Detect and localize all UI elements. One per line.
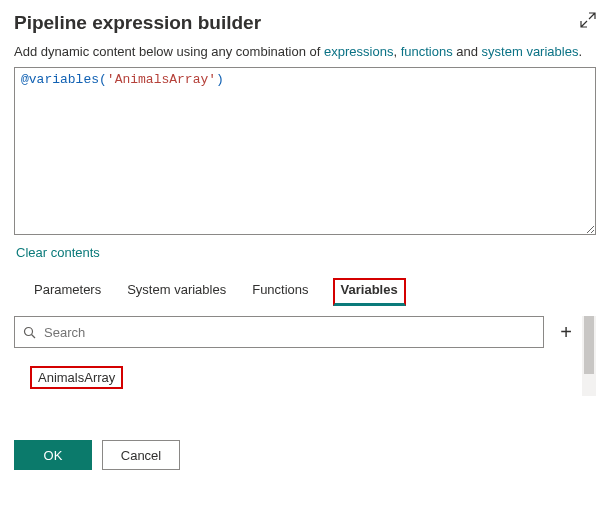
cancel-button[interactable]: Cancel	[102, 440, 180, 470]
system-variables-link[interactable]: system variables	[482, 44, 579, 59]
tab-system-variables[interactable]: System variables	[125, 278, 228, 306]
svg-line-1	[32, 334, 36, 338]
tab-variables[interactable]: Variables	[333, 278, 406, 306]
page-title: Pipeline expression builder	[14, 12, 261, 34]
search-icon	[23, 326, 36, 339]
token-string: 'AnimalsArray'	[107, 72, 216, 87]
helper-and: and	[453, 44, 482, 59]
clear-contents-link[interactable]: Clear contents	[16, 245, 100, 260]
search-input[interactable]	[42, 324, 535, 341]
vertical-scrollbar[interactable]	[582, 316, 596, 396]
helper-comma-1: ,	[393, 44, 400, 59]
ok-button[interactable]: OK	[14, 440, 92, 470]
svg-point-0	[25, 327, 33, 335]
search-box[interactable]	[14, 316, 544, 348]
token-close-paren: )	[216, 72, 224, 87]
tab-functions[interactable]: Functions	[250, 278, 310, 306]
tab-bar: Parameters System variables Functions Va…	[14, 278, 406, 306]
helper-text: Add dynamic content below using any comb…	[14, 44, 596, 59]
expressions-link[interactable]: expressions	[324, 44, 393, 59]
token-open-paren: (	[99, 72, 107, 87]
functions-link[interactable]: functions	[401, 44, 453, 59]
scroll-thumb[interactable]	[584, 316, 594, 374]
variable-item-animalsarray[interactable]: AnimalsArray	[30, 366, 123, 389]
helper-prefix: Add dynamic content below using any comb…	[14, 44, 324, 59]
helper-period: .	[578, 44, 582, 59]
expression-editor[interactable]: @variables('AnimalsArray')	[14, 67, 596, 235]
expand-icon[interactable]	[580, 12, 596, 31]
tab-parameters[interactable]: Parameters	[32, 278, 103, 306]
token-invoke: @variables	[21, 72, 99, 87]
add-button[interactable]: +	[554, 322, 578, 342]
